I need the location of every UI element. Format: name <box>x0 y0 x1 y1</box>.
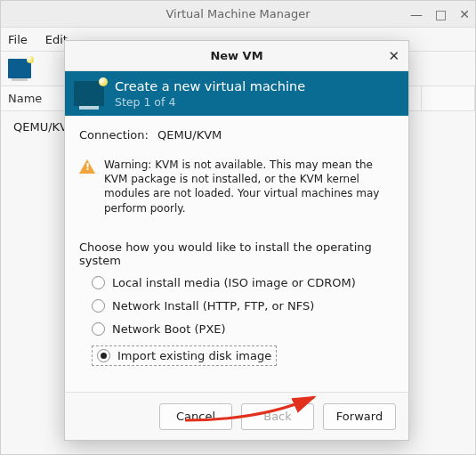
radio-netboot[interactable]: Network Boot (PXE) <box>92 322 394 336</box>
radio-network[interactable]: Network Install (HTTP, FTP, or NFS) <box>92 299 394 313</box>
dialog-body: Connection: QEMU/KVM Warning: KVM is not… <box>65 116 408 392</box>
warning-icon <box>79 159 95 174</box>
dialog-banner: Create a new virtual machine Step 1 of 4 <box>65 71 408 116</box>
forward-button[interactable]: Forward <box>323 403 396 430</box>
banner-title: Create a new virtual machine <box>115 78 305 95</box>
dialog-title: New VM <box>210 49 262 62</box>
radio-icon <box>92 322 105 336</box>
radio-local[interactable]: Local install media (ISO image or CDROM) <box>92 276 394 289</box>
radio-icon <box>92 299 105 313</box>
dialog-close-icon[interactable]: ✕ <box>388 48 399 64</box>
radio-label: Local install media (ISO image or CDROM) <box>112 276 356 289</box>
menu-file[interactable]: File <box>8 33 28 46</box>
choose-label: Choose how you would like to install the… <box>79 240 394 267</box>
back-button: Back <box>241 403 314 430</box>
window-controls: — □ ✕ <box>410 1 470 28</box>
radio-label: Network Install (HTTP, FTP, or NFS) <box>112 299 314 313</box>
warning-text: Warning: KVM is not available. This may … <box>104 158 394 215</box>
cancel-button[interactable]: Cancel <box>159 403 232 430</box>
radio-label: Network Boot (PXE) <box>112 322 226 336</box>
radio-group: Local install media (ISO image or CDROM)… <box>79 276 394 366</box>
main-window-title: Virtual Machine Manager <box>165 7 310 20</box>
maximize-icon[interactable]: □ <box>435 8 447 20</box>
warning-row: Warning: KVM is not available. This may … <box>79 158 394 215</box>
vm-icon <box>74 81 104 106</box>
connection-value: QEMU/KVM <box>157 128 222 142</box>
connection-row: Connection: QEMU/KVM <box>79 128 394 142</box>
radio-label: Import existing disk image <box>117 349 271 362</box>
radio-icon <box>92 276 105 289</box>
dialog-titlebar: New VM ✕ <box>65 41 408 71</box>
column-spacer <box>422 86 475 110</box>
new-vm-dialog: New VM ✕ Create a new virtual machine St… <box>64 40 409 441</box>
main-titlebar: Virtual Machine Manager — □ ✕ <box>1 1 475 28</box>
radio-import[interactable]: Import existing disk image <box>92 345 394 366</box>
dialog-footer: Cancel Back Forward <box>65 392 408 440</box>
new-vm-icon[interactable] <box>8 59 31 78</box>
radio-icon <box>97 349 110 362</box>
connection-label: Connection: <box>79 128 149 142</box>
close-icon[interactable]: ✕ <box>459 8 470 20</box>
minimize-icon[interactable]: — <box>410 8 423 20</box>
banner-step: Step 1 of 4 <box>115 95 305 109</box>
